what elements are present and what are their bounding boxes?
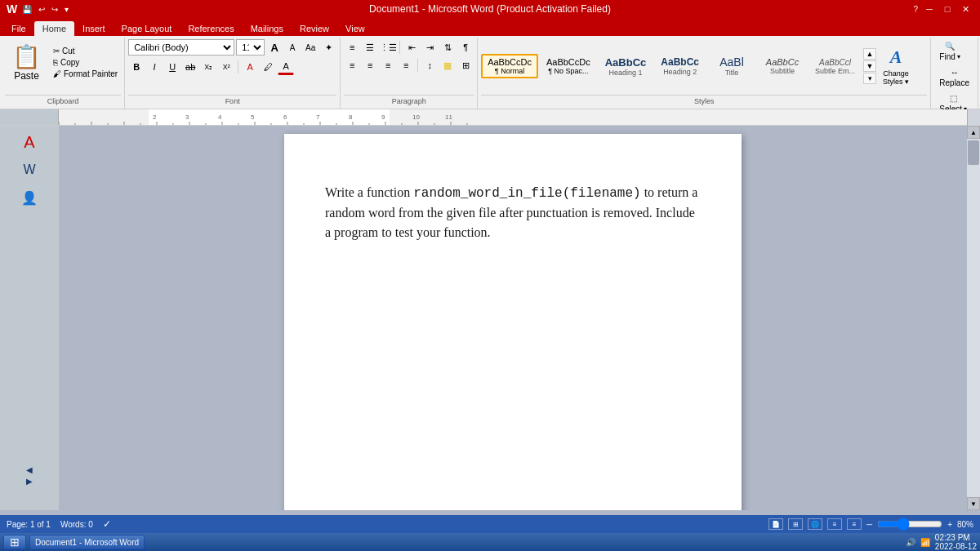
superscript-button[interactable]: X²: [218, 59, 234, 75]
sort-button[interactable]: ⇅: [439, 39, 456, 56]
taskbar-right: 🔊 📶 02:23 PM 2022-08-12: [906, 533, 977, 551]
text-color-button[interactable]: A: [242, 59, 258, 75]
sidebar-item-1[interactable]: A: [16, 129, 42, 155]
svg-text:2: 2: [153, 113, 157, 121]
close-button[interactable]: ✕: [957, 2, 973, 16]
quick-redo-icon[interactable]: ↪: [50, 4, 60, 15]
maximize-button[interactable]: □: [939, 2, 956, 16]
tab-page-layout[interactable]: Page Layout: [114, 21, 180, 36]
view-draft-button[interactable]: ≡: [847, 518, 862, 530]
document-canvas[interactable]: Write a function random_word_in_file(fil…: [59, 126, 967, 510]
strikethrough-button[interactable]: ab: [182, 59, 198, 75]
quick-dropdown-icon[interactable]: ▾: [63, 4, 70, 15]
tab-home[interactable]: Home: [34, 21, 74, 36]
taskbar-time-value: 02:23 PM: [935, 533, 970, 542]
font-family-select[interactable]: Calibri (Body): [128, 39, 234, 56]
scroll-down-arrow[interactable]: ▼: [967, 497, 980, 510]
styles-scroll: ▲ ▼ ▾: [863, 48, 876, 84]
document-page[interactable]: Write a function random_word_in_file(fil…: [284, 134, 742, 510]
format-painter-icon: 🖌: [53, 69, 61, 78]
styles-gallery: AaBbCcDc ¶ Normal AaBbCcDc ¶ No Spac... …: [481, 52, 862, 80]
format-painter-button[interactable]: 🖌 Format Painter: [50, 69, 121, 79]
increase-indent-button[interactable]: ⇥: [421, 39, 438, 56]
sidebar-item-2[interactable]: W: [16, 157, 42, 183]
font-size-select[interactable]: 11: [236, 39, 265, 56]
show-formatting-button[interactable]: ¶: [457, 39, 474, 56]
subscript-button[interactable]: X₂: [200, 59, 216, 75]
tab-insert[interactable]: Insert: [74, 21, 114, 36]
change-styles-button[interactable]: A ChangeStyles ▾: [878, 43, 914, 89]
view-fullscreen-button[interactable]: ⊞: [788, 518, 803, 530]
shading-button[interactable]: ▦: [439, 57, 456, 73]
highlight-button[interactable]: 🖊: [260, 59, 276, 75]
tab-review[interactable]: Review: [292, 21, 337, 36]
align-center-button[interactable]: ≡: [362, 57, 378, 73]
paste-button[interactable]: 📋 Paste: [5, 39, 48, 86]
select-icon: ⬚: [950, 94, 957, 103]
clipboard-main: 📋 Paste ✂ Cut ⎘ Copy 🖌 Format Painter: [5, 39, 121, 86]
case-button[interactable]: Aa: [302, 39, 318, 56]
copy-button[interactable]: ⎘ Copy: [50, 57, 121, 68]
styles-scroll-down[interactable]: ▼: [863, 60, 876, 72]
scroll-track[interactable]: [967, 139, 980, 497]
sidebar-scroll-right[interactable]: ▶: [21, 476, 38, 486]
underline-button[interactable]: U: [164, 59, 180, 75]
sidebar-scroll-left[interactable]: ◀: [21, 464, 38, 474]
style-heading2[interactable]: AaBbCc Heading 2: [654, 53, 706, 79]
zoom-out-button[interactable]: ─: [866, 520, 872, 529]
zoom-slider[interactable]: [877, 519, 942, 529]
style-title[interactable]: AaBl Title: [707, 52, 756, 80]
tab-view[interactable]: View: [337, 21, 373, 36]
bullet-list-button[interactable]: ≡: [344, 39, 360, 56]
taskbar-word-item[interactable]: Document1 - Microsoft Word: [29, 535, 145, 549]
styles-group-label: Styles: [481, 95, 927, 107]
justify-button[interactable]: ≡: [398, 57, 414, 73]
line-spacing-button[interactable]: ↕: [421, 57, 438, 73]
font-shrink-button[interactable]: A: [284, 39, 301, 56]
cut-button[interactable]: ✂ Cut: [50, 46, 121, 56]
borders-button[interactable]: ⊞: [457, 57, 474, 73]
quick-save-icon[interactable]: 💾: [20, 4, 33, 15]
style-emphasis[interactable]: AaBbCcl Subtle Em...: [808, 55, 862, 78]
scroll-thumb[interactable]: [968, 140, 979, 165]
scroll-up-arrow[interactable]: ▲: [967, 126, 980, 139]
multilevel-list-button[interactable]: ⋮☰: [380, 39, 396, 56]
replace-button[interactable]: ↔ Replace: [934, 65, 974, 90]
tab-mailings[interactable]: Mailings: [243, 21, 292, 36]
zoom-in-button[interactable]: +: [947, 520, 952, 529]
styles-expand[interactable]: ▾: [863, 73, 876, 84]
bold-button[interactable]: B: [128, 59, 145, 75]
decrease-indent-button[interactable]: ⇤: [403, 39, 420, 56]
right-scrollbar[interactable]: ▲ ▼: [967, 126, 980, 510]
paragraph-group-label: Paragraph: [344, 95, 474, 107]
style-heading1[interactable]: AaBbCc Heading 1: [599, 53, 653, 80]
view-outline-button[interactable]: ≡: [827, 518, 842, 530]
align-right-button[interactable]: ≡: [380, 57, 396, 73]
tab-file[interactable]: File: [3, 21, 34, 36]
sidebar-item-3[interactable]: 👤: [16, 184, 42, 211]
numbered-list-button[interactable]: ☰: [362, 39, 378, 56]
view-web-button[interactable]: 🌐: [808, 518, 822, 530]
font-row-1: Calibri (Body) 11 A A Aa ✦: [128, 39, 336, 56]
clear-format-button[interactable]: ✦: [320, 39, 336, 56]
style-subtitle[interactable]: AaBbCc Subtitle: [758, 54, 807, 78]
minimize-button[interactable]: ─: [921, 2, 938, 16]
styles-scroll-up[interactable]: ▲: [863, 48, 876, 60]
tab-references[interactable]: References: [180, 21, 242, 36]
font-color-button[interactable]: A: [278, 59, 294, 75]
svg-text:7: 7: [316, 113, 320, 121]
view-print-button[interactable]: 📄: [768, 518, 783, 530]
style-no-spacing[interactable]: AaBbCcDc ¶ No Spac...: [540, 54, 597, 78]
style-normal[interactable]: AaBbCcDc ¶ Normal: [481, 54, 538, 78]
document-paragraph[interactable]: Write a function random_word_in_file(fil…: [325, 183, 701, 242]
start-button[interactable]: ⊞: [3, 535, 26, 549]
font-grow-button[interactable]: A: [266, 39, 283, 56]
align-left-button[interactable]: ≡: [344, 57, 360, 73]
quick-undo-icon[interactable]: ↩: [37, 4, 47, 15]
ruler: 2 3 4 5 6 7 8 9 10 11: [0, 109, 980, 126]
svg-text:11: 11: [445, 113, 452, 121]
italic-button[interactable]: I: [146, 59, 163, 75]
document-content[interactable]: Write a function random_word_in_file(fil…: [325, 183, 701, 242]
help-icon[interactable]: ?: [911, 4, 920, 15]
find-button[interactable]: 🔍 Find ▾: [934, 39, 964, 64]
